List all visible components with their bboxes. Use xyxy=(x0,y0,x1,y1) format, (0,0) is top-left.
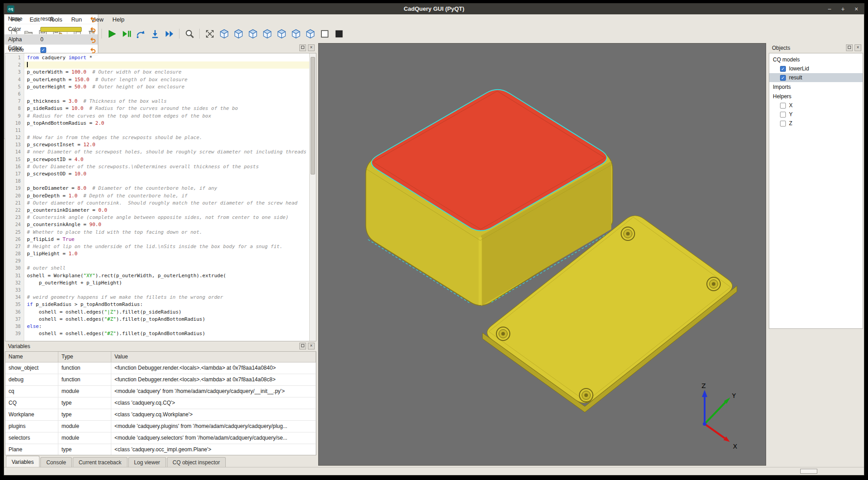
variable-row-show-object[interactable]: show_objectfunction<function Debugger.re… xyxy=(5,362,316,374)
property-row-name[interactable]: Nameresult xyxy=(4,14,98,24)
visible-checkbox[interactable]: ✓ xyxy=(40,47,46,53)
line-number: 33 xyxy=(5,287,21,294)
variable-row-debug[interactable]: debugfunction<function Debugger.render.<… xyxy=(5,374,316,386)
property-row-visible[interactable]: Visible✓ xyxy=(4,45,98,55)
variable-name: plugins xyxy=(5,421,58,432)
code-line-12: # How far in from the edges the screwpos… xyxy=(24,134,309,141)
variable-value: <function Debugger.render.<locals>.<lamb… xyxy=(111,362,316,374)
reset-icon[interactable] xyxy=(89,15,96,22)
property-row-alpha[interactable]: Alpha0 xyxy=(4,35,98,45)
checkbox-result[interactable]: ✓ xyxy=(780,75,786,81)
color-swatch[interactable] xyxy=(40,27,82,32)
line-number: 37 xyxy=(5,316,21,323)
menu-help[interactable]: Help xyxy=(108,15,129,24)
view-front-button[interactable] xyxy=(232,27,245,40)
reset-icon[interactable] xyxy=(89,46,96,53)
tab-current-traceback[interactable]: Current traceback xyxy=(73,457,127,468)
axis-label-z: Z xyxy=(701,382,706,389)
code-line-29 xyxy=(24,257,309,265)
tree-item-result[interactable]: ✓result xyxy=(769,73,863,82)
editor-float-button[interactable] xyxy=(299,44,306,51)
variable-row-workplane[interactable]: Workplanetype<class 'cadquery.cq.Workpla… xyxy=(5,409,316,421)
continue-button[interactable] xyxy=(163,27,176,40)
reset-icon[interactable] xyxy=(89,26,96,33)
line-number: 31 xyxy=(5,272,21,279)
tree-item-lowerlid[interactable]: ✓lowerLid xyxy=(769,64,863,73)
cube-icon xyxy=(248,29,258,39)
editor-scrollbar[interactable] xyxy=(309,53,316,341)
view-left-button[interactable] xyxy=(261,27,274,40)
code-line-39: oshell = oshell.edges("#Z").fillet(p_top… xyxy=(24,330,309,337)
step-button[interactable] xyxy=(134,27,147,40)
close-button[interactable]: × xyxy=(853,5,859,13)
minimize-button[interactable]: − xyxy=(826,5,833,13)
variable-type: function xyxy=(58,362,111,374)
code-line-19: p_boreDiameter = 8.0 # Diameter of the c… xyxy=(24,185,309,192)
property-row-color[interactable]: Color xyxy=(4,24,98,35)
variable-row-selectors[interactable]: selectorsmodule<module 'cadquery.selecto… xyxy=(5,432,316,444)
float-icon xyxy=(301,344,304,347)
checkbox-x[interactable] xyxy=(780,103,786,109)
tree-group-imports[interactable]: Imports xyxy=(769,82,863,92)
tab-console[interactable]: Console xyxy=(40,457,72,468)
tab-variables[interactable]: Variables xyxy=(6,456,39,468)
tab-log-viewer[interactable]: Log viewer xyxy=(128,457,166,468)
step-into-button[interactable] xyxy=(149,27,162,40)
line-number: 32 xyxy=(5,279,21,287)
objects-float-button[interactable] xyxy=(846,44,853,51)
vars-col-name[interactable]: Name xyxy=(5,352,58,362)
line-number: 35 xyxy=(5,301,21,308)
wireframe-button[interactable] xyxy=(318,27,331,40)
line-number: 9 xyxy=(5,113,21,120)
viewport-canvas[interactable]: Z Y X xyxy=(319,44,766,465)
tree-group-cq-models[interactable]: CQ models xyxy=(769,55,863,64)
tree-item-z[interactable]: Z xyxy=(769,119,863,128)
variables-close-button[interactable]: × xyxy=(308,343,315,349)
variables-float-button[interactable] xyxy=(299,343,306,349)
cube-icon xyxy=(291,29,301,39)
line-number: 20 xyxy=(5,192,21,200)
view-iso-button[interactable] xyxy=(218,27,231,40)
tree-item-label: lowerLid xyxy=(789,65,809,72)
tab-cq-object-inspector[interactable]: CQ object inspector xyxy=(167,457,226,468)
variable-type: function xyxy=(58,374,111,385)
vars-col-type[interactable]: Type xyxy=(58,352,111,362)
editor-close-button[interactable]: × xyxy=(308,44,315,51)
axis-label-y: Y xyxy=(732,392,736,399)
checkbox-y[interactable] xyxy=(780,112,786,118)
property-name: Alpha xyxy=(4,36,40,43)
tree-item-y[interactable]: Y xyxy=(769,110,863,119)
fit-view-button[interactable] xyxy=(203,27,216,40)
render-button[interactable] xyxy=(105,27,118,40)
line-number: 16 xyxy=(5,163,21,170)
view-right-button[interactable] xyxy=(275,27,288,40)
view-back-button[interactable] xyxy=(246,27,259,40)
variable-row-cq[interactable]: CQtype<class 'cadquery.cq.CQ'> xyxy=(5,397,316,409)
variable-row-cq[interactable]: cqmodule<module 'cadquery' from '/home/a… xyxy=(5,386,316,397)
title-bar[interactable]: cq CadQuery GUI (PyQT) −+× xyxy=(4,4,864,14)
variable-value: <module 'cadquery.plugins' from '/home/a… xyxy=(111,421,316,432)
variable-row-plane[interactable]: Planetype<class 'cadquery.occ_impl.geom.… xyxy=(5,444,316,455)
line-number: 5 xyxy=(5,83,21,91)
checkbox-lowerlid[interactable]: ✓ xyxy=(780,66,786,72)
editor-scrollbar-thumb[interactable] xyxy=(311,57,315,175)
tree-group-helpers[interactable]: Helpers xyxy=(769,92,863,101)
zoom-button[interactable] xyxy=(183,27,196,40)
tree-item-x[interactable]: X xyxy=(769,101,863,110)
maximize-button[interactable]: + xyxy=(840,5,846,13)
editor-code-area[interactable]: from cadquery import *p_outerWidth = 100… xyxy=(24,53,309,341)
line-number: 7 xyxy=(5,98,21,105)
objects-close-button[interactable]: × xyxy=(855,44,861,51)
property-name: Visible xyxy=(4,47,40,53)
view-bottom-button[interactable] xyxy=(304,27,317,40)
toolbar xyxy=(4,25,864,43)
reset-icon[interactable] xyxy=(89,36,96,43)
view-top-button[interactable] xyxy=(289,27,302,40)
debug-button[interactable] xyxy=(120,27,133,40)
shaded-button[interactable] xyxy=(333,27,346,40)
viewport-3d[interactable]: Z Y X xyxy=(318,43,766,466)
vars-col-value[interactable]: Value xyxy=(111,352,316,362)
variable-row-plugins[interactable]: pluginsmodule<module 'cadquery.plugins' … xyxy=(5,421,316,432)
line-number: 13 xyxy=(5,141,21,148)
checkbox-z[interactable] xyxy=(780,121,786,127)
